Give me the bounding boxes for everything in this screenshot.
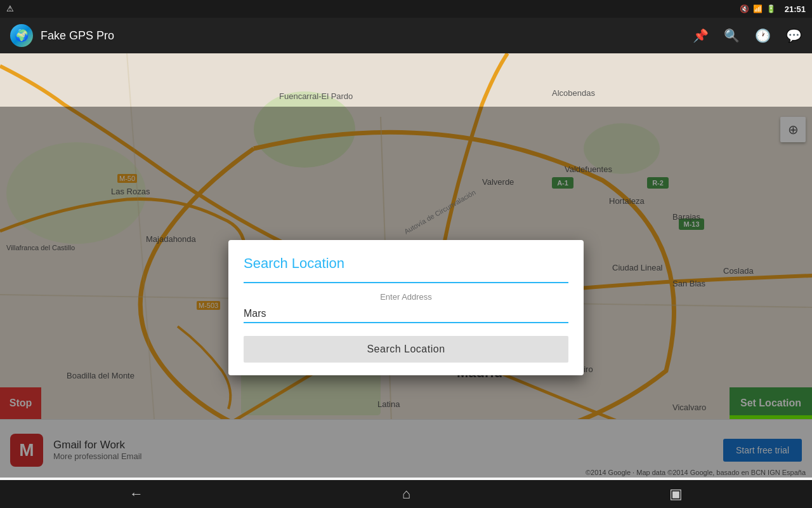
- dialog-title: Search Location: [244, 255, 568, 272]
- status-time: 21:51: [785, 4, 806, 14]
- app-bar: 🌍 Fake GPS Pro 📌 🔍 🕐 💬: [0, 18, 812, 53]
- dialog-overlay: Search Location Enter Address Search Loc…: [0, 107, 812, 478]
- map: A-1 R-2 E-90 M-13 Autovía de Circunvalac…: [0, 53, 812, 478]
- status-bar: ⚠ 🔇 📶 🔋 21:51: [0, 0, 812, 18]
- home-button[interactable]: ⌂: [402, 486, 410, 502]
- alert-icon: ⚠: [6, 4, 14, 13]
- battery-icon: 🔋: [766, 4, 776, 13]
- recents-button[interactable]: ▣: [669, 486, 683, 502]
- history-icon[interactable]: 🕐: [755, 28, 771, 43]
- app-logo: 🌍: [10, 24, 33, 47]
- status-icons: 🔇 📶 🔋 21:51: [740, 4, 806, 14]
- search-location-button[interactable]: Search Location: [244, 336, 568, 363]
- dialog-input-label: Enter Address: [244, 292, 568, 302]
- address-input[interactable]: [244, 305, 568, 323]
- app-bar-icons: 📌 🔍 🕐 💬: [693, 28, 802, 43]
- pin-icon[interactable]: 📌: [693, 28, 709, 43]
- back-button[interactable]: ←: [129, 486, 143, 502]
- app-title: Fake GPS Pro: [41, 29, 693, 43]
- search-dialog: Search Location Enter Address Search Loc…: [228, 240, 584, 375]
- mute-icon: 🔇: [740, 4, 749, 13]
- nav-bar: ← ⌂ ▣: [0, 480, 812, 508]
- share-icon[interactable]: 💬: [786, 28, 802, 43]
- dialog-divider: [244, 282, 568, 283]
- wifi-icon: 📶: [753, 4, 763, 13]
- search-icon[interactable]: 🔍: [724, 28, 740, 43]
